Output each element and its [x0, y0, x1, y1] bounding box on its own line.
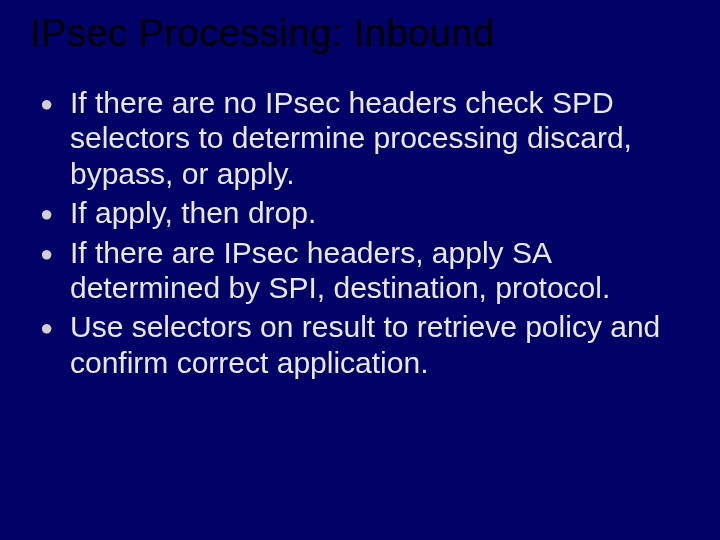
bullet-icon: ●: [40, 241, 70, 267]
bullet-text: Use selectors on result to retrieve poli…: [70, 310, 660, 378]
list-item: ●Use selectors on result to retrieve pol…: [40, 309, 690, 380]
bullet-icon: ●: [40, 91, 70, 117]
bullet-icon: ●: [40, 315, 70, 341]
bullet-text: If there are no IPsec headers check SPD …: [70, 86, 632, 190]
slide-title: IPsec Processing: Inbound: [30, 12, 690, 55]
list-item: ●If there are no IPsec headers check SPD…: [40, 85, 690, 191]
bullet-text: If apply, then drop.: [70, 196, 316, 229]
bullet-icon: ●: [40, 201, 70, 227]
slide: IPsec Processing: Inbound ●If there are …: [0, 0, 720, 540]
list-item: ●If apply, then drop.: [40, 195, 690, 230]
bullet-list: ●If there are no IPsec headers check SPD…: [30, 85, 690, 380]
list-item: ●If there are IPsec headers, apply SA de…: [40, 235, 690, 306]
bullet-text: If there are IPsec headers, apply SA det…: [70, 236, 610, 304]
